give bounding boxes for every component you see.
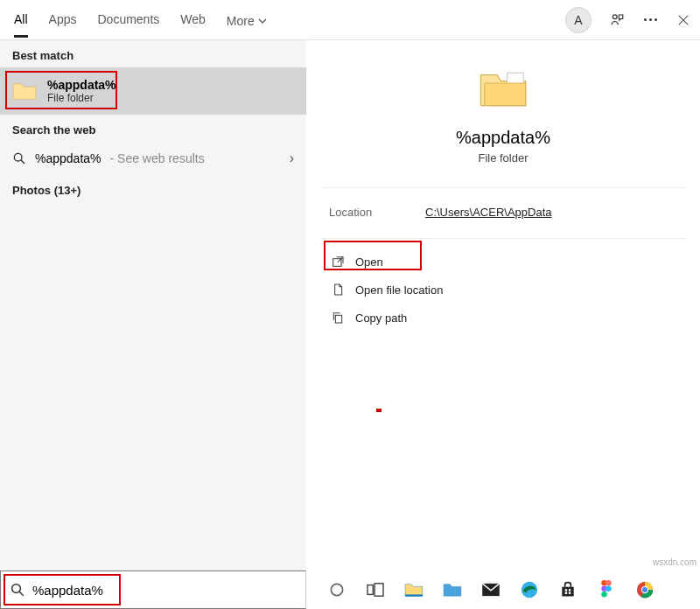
detail-subtitle: File folder bbox=[478, 151, 528, 164]
svg-point-20 bbox=[601, 592, 607, 598]
search-icon bbox=[12, 151, 26, 165]
app-folder-icon[interactable] bbox=[443, 580, 462, 599]
tab-more[interactable]: More bbox=[227, 2, 267, 38]
explorer-icon[interactable] bbox=[404, 580, 424, 599]
chevron-right-icon: › bbox=[290, 150, 294, 166]
svg-rect-12 bbox=[565, 589, 568, 592]
tabs: All Apps Documents Web More bbox=[14, 2, 267, 38]
svg-rect-7 bbox=[368, 585, 373, 595]
header-actions: A bbox=[565, 7, 691, 33]
tab-all[interactable]: All bbox=[14, 2, 28, 38]
store-icon[interactable] bbox=[558, 580, 578, 599]
separator bbox=[320, 238, 686, 239]
search-icon bbox=[10, 582, 25, 598]
svg-rect-14 bbox=[565, 592, 568, 595]
figma-icon[interactable] bbox=[597, 580, 616, 599]
search-input[interactable] bbox=[32, 583, 260, 598]
svg-rect-15 bbox=[569, 592, 571, 595]
web-result-item[interactable]: %appdata% - See web results › bbox=[0, 142, 306, 175]
copy-path-label: Copy path bbox=[355, 312, 407, 325]
detail-title: %appdata% bbox=[456, 128, 550, 148]
separator bbox=[320, 187, 686, 188]
detail-header: %appdata% File folder bbox=[320, 52, 686, 182]
avatar[interactable]: A bbox=[565, 7, 592, 33]
best-match-text: %appdata% File folder bbox=[47, 78, 116, 104]
copy-icon bbox=[331, 311, 345, 325]
best-match-item[interactable]: %appdata% File folder bbox=[0, 67, 306, 115]
svg-rect-13 bbox=[569, 589, 571, 592]
feedback-icon[interactable] bbox=[609, 12, 625, 28]
tab-documents[interactable]: Documents bbox=[97, 2, 159, 38]
svg-rect-8 bbox=[374, 584, 383, 596]
more-options-icon[interactable] bbox=[642, 12, 658, 28]
svg-point-6 bbox=[331, 584, 342, 595]
svg-point-19 bbox=[606, 586, 612, 592]
best-match-label: Best match bbox=[0, 40, 306, 67]
folder-icon bbox=[479, 68, 528, 110]
copy-path-action[interactable]: Copy path bbox=[320, 304, 417, 332]
cortana-icon[interactable] bbox=[327, 580, 346, 599]
annotation-dot bbox=[376, 409, 382, 412]
open-label: Open bbox=[355, 256, 383, 269]
file-location-icon bbox=[331, 283, 345, 297]
tab-more-label: More bbox=[227, 14, 255, 28]
location-label: Location bbox=[329, 206, 390, 219]
web-result-text: %appdata% bbox=[35, 151, 102, 165]
mail-icon[interactable] bbox=[481, 580, 500, 599]
taskview-icon[interactable] bbox=[366, 580, 385, 599]
chrome-icon[interactable] bbox=[635, 580, 654, 599]
main: Best match %appdata% File folder Search … bbox=[0, 40, 700, 570]
taskbar bbox=[0, 570, 700, 609]
open-location-label: Open file location bbox=[355, 284, 443, 297]
close-icon[interactable] bbox=[676, 12, 691, 28]
actions-list: Open Open file location Copy path bbox=[320, 248, 686, 332]
chevron-down-icon bbox=[258, 17, 267, 25]
best-match-title: %appdata% bbox=[47, 78, 116, 92]
svg-rect-4 bbox=[335, 315, 341, 323]
tab-apps[interactable]: Apps bbox=[49, 2, 77, 38]
open-action[interactable]: Open bbox=[320, 248, 394, 276]
svg-point-1 bbox=[14, 153, 22, 161]
header: All Apps Documents Web More A bbox=[0, 0, 700, 40]
location-value[interactable]: C:\Users\ACER\AppData bbox=[425, 206, 552, 219]
svg-rect-9 bbox=[405, 594, 423, 596]
watermark: wsxdn.com bbox=[653, 557, 696, 567]
results-panel: Best match %appdata% File folder Search … bbox=[0, 40, 306, 570]
svg-point-5 bbox=[12, 584, 21, 593]
folder-icon bbox=[12, 80, 37, 102]
edge-icon[interactable] bbox=[520, 580, 539, 599]
open-location-action[interactable]: Open file location bbox=[320, 276, 453, 304]
svg-point-17 bbox=[606, 580, 612, 586]
search-box[interactable] bbox=[0, 570, 306, 609]
photos-label: Photos (13+) bbox=[0, 175, 306, 206]
details-panel: %appdata% File folder Location C:\Users\… bbox=[306, 40, 700, 570]
location-row: Location C:\Users\ACER\AppData bbox=[320, 197, 686, 233]
svg-point-23 bbox=[642, 587, 648, 592]
taskbar-icons bbox=[306, 580, 654, 599]
search-web-label: Search the web bbox=[0, 115, 306, 142]
best-match-subtitle: File folder bbox=[47, 92, 116, 104]
svg-point-0 bbox=[612, 14, 617, 18]
web-result-hint: - See web results bbox=[110, 151, 205, 165]
open-icon bbox=[331, 255, 345, 269]
tab-web[interactable]: Web bbox=[180, 2, 206, 38]
